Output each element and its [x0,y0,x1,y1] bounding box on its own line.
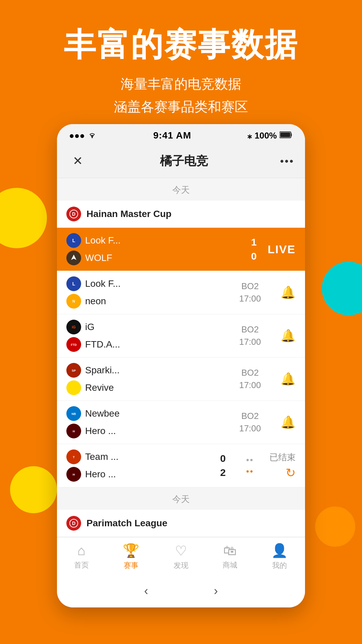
bluetooth-icon: ⁎ [247,130,252,141]
svg-marker-5 [71,255,76,260]
teams-col-4: SP Sparki... Revive [66,363,231,395]
team1-name-live: Look F... [85,235,121,246]
time-label-5: 17:00 [239,423,261,434]
back-arrow[interactable]: ‹ [144,584,148,598]
svg-rect-2 [280,132,290,137]
tournament-name-hainan: Hainan Master Cup [86,209,172,219]
nav-label-matches: 赛事 [124,560,138,571]
bo-label-3: BO2 [241,324,259,335]
date-separator-1: 今天 [57,178,305,201]
hero-subtitle-line1: 海量丰富的电竞数据 [0,72,362,95]
team-logo-hero-6: H [66,467,81,482]
bell-icon-4[interactable]: 🔔 [281,372,296,386]
match-row-3[interactable]: iG iG FTD FTD.A... BO2 17:00 🔔 [57,314,305,358]
nav-item-shop[interactable]: 🛍 商城 [223,543,237,570]
team2-name-5: Hero ... [85,426,116,436]
team-logo-ig: iG [66,320,81,334]
format-col-2: BO2 17:00 [237,281,263,304]
team1-name-4: Sparki... [85,365,120,376]
bell-icon-5[interactable]: 🔔 [281,415,296,429]
tournament-logo-hainan: D [66,207,81,221]
signal-bars: ●●● [69,130,85,141]
app-title: 橘子电竞 [160,153,208,169]
team2-name-2: neon [85,296,106,307]
svg-point-0 [92,137,93,138]
teams-col-2: L Look F... N neon [66,276,231,309]
home-icon: ⌂ [77,543,85,558]
right-col-4: 🔔 [269,372,296,386]
team2-2: N neon [66,294,231,309]
team-logo-hero: H [66,424,81,438]
nav-label-shop: 商城 [223,560,237,570]
nav-item-matches[interactable]: 🏆 赛事 [123,543,139,571]
hero-section: 丰富的赛事数据 海量丰富的电竞数据 涵盖各赛事品类和赛区 [0,0,362,138]
content-area: 今天 D Hainan Master Cup L Look F... WOLF [57,178,305,537]
dots-col-6: •• •• [237,455,263,476]
format-col-3: BO2 17:00 [237,324,263,347]
team-logo-ftd: FTD [66,337,81,352]
status-time: 9:41 AM [153,130,191,141]
team2-3: FTD FTD.A... [66,337,231,352]
deco-circle-yellow2 [10,466,57,513]
match-row-live[interactable]: L Look F... WOLF 1 0 LIVE [57,228,305,271]
svg-text:N: N [72,299,75,303]
match-row-6[interactable]: T Team ... H Hero ... 0 2 •• •• [57,444,305,487]
dots-bottom-6: •• [246,467,254,476]
svg-text:D: D [72,521,75,526]
forward-arrow[interactable]: › [214,584,218,598]
svg-text:SP: SP [72,369,76,372]
score2-live: 0 [251,251,257,262]
team1-name-6: Team ... [85,451,119,462]
format-col-5: BO2 17:00 [237,411,263,434]
bell-icon-3[interactable]: 🔔 [281,329,296,343]
dots-top-6: •• [246,455,254,465]
nav-item-profile[interactable]: 👤 我的 [271,543,288,571]
bo-label-5: BO2 [241,411,259,421]
team1-5: NB Newbee [66,406,231,421]
right-col-3: 🔔 [269,329,296,343]
match-row-4[interactable]: SP Sparki... Revive BO2 17:00 🔔 [57,358,305,401]
tournament-name-parimatch: Parimatch League [86,518,167,529]
score-col-live: 1 0 [245,236,262,262]
score-col-6: 0 2 [215,453,231,478]
nav-item-discover[interactable]: ♡ 发现 [174,543,188,571]
team2-name-4: Revive [85,382,114,393]
svg-text:D: D [72,211,75,217]
close-icon: ✕ [73,154,83,168]
team1-4: SP Sparki... [66,363,231,378]
team-logo-revive [66,380,81,395]
ended-label-6: 已结束 [269,451,296,463]
date-separator-2: 今天 [57,487,305,510]
teams-col-6: T Team ... H Hero ... [66,449,209,482]
bottom-nav: ⌂ 首页 🏆 赛事 ♡ 发现 🛍 商城 👤 我的 [57,537,305,575]
team1-name-5: Newbee [85,408,120,419]
status-bar: ●●● 9:41 AM ⁎ 100% [57,124,305,144]
more-button[interactable]: ••• [280,155,294,167]
close-button[interactable]: ✕ [68,151,88,171]
team2-live: WOLF [66,251,240,265]
nav-label-home: 首页 [74,560,89,570]
trophy-icon: 🏆 [123,543,139,558]
svg-marker-14 [70,384,77,391]
team1-3: iG iG [66,320,231,334]
format-col-4: BO2 17:00 [237,368,263,390]
nav-label-discover: 发现 [174,560,188,571]
match-row-5[interactable]: NB Newbee H Hero ... BO2 17:00 🔔 [57,401,305,444]
team-logo-team: T [66,449,81,464]
match-row-2[interactable]: L Look F... N neon BO2 17:00 🔔 [57,271,305,314]
hero-subtitle: 海量丰富的电竞数据 涵盖各赛事品类和赛区 [0,72,362,118]
team2-5: H Hero ... [66,424,231,438]
battery-icon [280,130,293,141]
team-logo-lookf-2: L [66,276,81,291]
score1-live: 1 [251,236,257,248]
refresh-icon-6[interactable]: ↻ [286,466,296,480]
svg-text:H: H [73,430,75,433]
nav-item-home[interactable]: ⌂ 首页 [74,543,89,570]
deco-circle-orange2 [315,506,355,547]
status-left: ●●● [69,130,97,141]
tournament-logo-parimatch: D [66,516,81,531]
user-icon: 👤 [271,543,288,558]
bell-icon-2[interactable]: 🔔 [281,285,296,300]
time-label-4: 17:00 [239,380,261,390]
hero-subtitle-line2: 涵盖各赛事品类和赛区 [0,95,362,118]
